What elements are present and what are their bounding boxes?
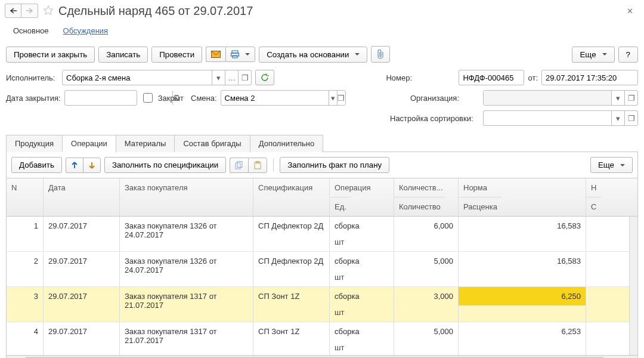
cell-order: Заказ покупателя 1317 от 21.07.2017 <box>120 287 253 314</box>
open-icon[interactable]: ❐ <box>337 91 345 105</box>
nav-forward-button[interactable] <box>21 4 38 18</box>
cell-date: 29.07.2017 <box>44 322 119 341</box>
col-spec[interactable]: Спецификация <box>253 178 329 197</box>
cell-norm: 16,583 <box>459 252 586 270</box>
help-button[interactable]: ? <box>618 47 638 63</box>
post-and-close-button[interactable]: Провести и закрыть <box>6 47 95 63</box>
cell-norm: 16,583 <box>459 217 586 235</box>
move-up-button[interactable] <box>66 158 83 173</box>
view-tab-discussions[interactable]: Обсуждения <box>56 23 116 40</box>
create-based-on-button[interactable]: Создать на основании <box>259 47 367 63</box>
col-n[interactable]: N <box>7 178 43 197</box>
from-label: от: <box>528 73 538 82</box>
closed-label: Закрыт <box>158 94 184 103</box>
cell-qty: 5,000 <box>394 252 458 270</box>
page-title: Сдельный наряд 465 от 29.07.2017 <box>58 4 253 18</box>
sort-label: Настройка сортировки: <box>390 114 479 123</box>
grid-header: N Дата Заказ покупателя Спецификация Опе… <box>7 178 637 217</box>
table-row[interactable]: 329.07.2017Заказ покупателя 1317 от 21.0… <box>7 287 629 322</box>
table-row[interactable]: 129.07.2017Заказ покупателя 1326 от 24.0… <box>7 217 629 252</box>
chevron-down-icon[interactable]: ▾ <box>329 91 337 105</box>
fill-by-spec-button[interactable]: Заполнить по спецификации <box>104 157 226 173</box>
col-order[interactable]: Заказ покупателя <box>120 178 253 197</box>
horizontal-scrollbar[interactable] <box>6 356 638 358</box>
chevron-down-icon[interactable]: ▾ <box>212 70 225 85</box>
cell-spec: СП Зонт 1Z <box>253 287 329 305</box>
favorite-star-icon[interactable] <box>43 5 54 16</box>
number-field[interactable] <box>459 70 524 85</box>
date-field[interactable]: 🗓 <box>541 70 638 85</box>
chevron-down-icon[interactable]: ▾ <box>611 91 624 105</box>
date-input[interactable] <box>542 70 644 85</box>
titlebar: Сдельный наряд 465 от 29.07.2017 ✕ <box>0 0 644 21</box>
col-date[interactable]: Дата <box>44 178 119 197</box>
col-operation[interactable]: Операция <box>330 178 394 197</box>
cell-qty: 6,000 <box>394 217 458 235</box>
performer-field[interactable]: ▾ … ❐ <box>62 70 252 85</box>
view-tab-main[interactable]: Основное <box>6 23 56 40</box>
copy-button[interactable] <box>230 158 248 173</box>
tabs: Продукция Операции Материалы Состав бриг… <box>6 134 638 152</box>
org-input[interactable] <box>484 91 611 105</box>
col-last-sub[interactable]: С <box>586 197 601 216</box>
performer-input[interactable] <box>63 70 212 85</box>
ellipsis-icon[interactable]: … <box>225 70 238 85</box>
tab-extra[interactable]: Дополнительно <box>250 135 324 152</box>
close-date-input[interactable] <box>65 91 172 105</box>
vertical-scrollbar[interactable] <box>629 217 637 355</box>
cell-spec: СП Дефлектор 2Д <box>253 252 329 270</box>
cell-spec: СП Зонт 1Z <box>253 322 329 341</box>
close-button[interactable]: ✕ <box>622 4 638 18</box>
closed-checkbox[interactable] <box>143 93 153 103</box>
small-icon-group <box>206 47 255 62</box>
org-field[interactable]: ▾ ❐ <box>483 90 638 106</box>
cell-order: Заказ покупателя 1317 от 21.07.2017 <box>120 322 253 350</box>
tab-materials[interactable]: Материалы <box>116 135 175 152</box>
attach-button[interactable] <box>371 46 390 63</box>
paste-button[interactable] <box>248 158 267 173</box>
cell-order: Заказ покупателя 1326 от 24.07.2017 <box>120 217 253 244</box>
sort-field[interactable]: ▾ ❐ <box>483 110 638 126</box>
move-down-button[interactable] <box>83 158 101 173</box>
toolbar: Провести и закрыть Записать Провести Соз… <box>0 40 644 67</box>
col-unit[interactable]: Ед. <box>330 197 351 216</box>
print-button[interactable] <box>225 47 255 62</box>
cell-unit: шт <box>330 270 394 286</box>
email-button[interactable] <box>206 47 225 62</box>
chevron-down-icon[interactable]: ▾ <box>611 111 624 125</box>
close-date-field[interactable]: 🗓 <box>64 90 137 106</box>
open-icon[interactable]: ❐ <box>624 111 637 125</box>
tab-operations[interactable]: Операции <box>62 135 116 152</box>
col-rate[interactable]: Расценка <box>459 197 502 216</box>
table-row[interactable]: 229.07.2017Заказ покупателя 1326 от 24.0… <box>7 252 629 287</box>
shift-field[interactable]: ▾ ❐ <box>221 90 346 106</box>
fill-fact-by-plan-button[interactable]: Заполнить факт по плану <box>280 157 389 173</box>
refresh-button[interactable] <box>255 70 274 85</box>
cell-date: 29.07.2017 <box>44 287 119 305</box>
col-last[interactable]: Н <box>586 178 637 197</box>
post-button[interactable]: Провести <box>151 47 202 63</box>
nav-back-button[interactable] <box>5 4 21 18</box>
cell-date: 29.07.2017 <box>44 252 119 270</box>
open-icon[interactable]: ❐ <box>238 70 251 85</box>
ops-toolbar: Добавить Заполнить по спецификации Запол… <box>6 152 638 178</box>
cell-qty: 3,000 <box>394 287 458 305</box>
more-button[interactable]: Еще <box>572 47 614 63</box>
open-icon[interactable]: ❐ <box>624 91 637 105</box>
sort-input[interactable] <box>484 111 611 125</box>
shift-input[interactable] <box>221 91 329 105</box>
col-norm[interactable]: Норма <box>459 178 586 197</box>
save-button[interactable]: Записать <box>98 47 148 63</box>
cell-unit: шт <box>330 235 394 251</box>
svg-rect-5 <box>237 161 242 167</box>
tab-products[interactable]: Продукция <box>6 135 63 152</box>
ops-more-button[interactable]: Еще <box>590 157 633 173</box>
col-qty-sub[interactable]: Количество <box>394 197 445 216</box>
table-row[interactable]: 429.07.2017Заказ покупателя 1317 от 21.0… <box>7 322 629 355</box>
cell-n: 2 <box>7 252 43 270</box>
add-button[interactable]: Добавить <box>11 157 62 173</box>
tab-crew[interactable]: Состав бригады <box>174 135 250 152</box>
cell-op: сборка <box>330 217 394 235</box>
col-qty[interactable]: Количеств... <box>394 178 458 197</box>
cell-n: 3 <box>7 287 43 305</box>
